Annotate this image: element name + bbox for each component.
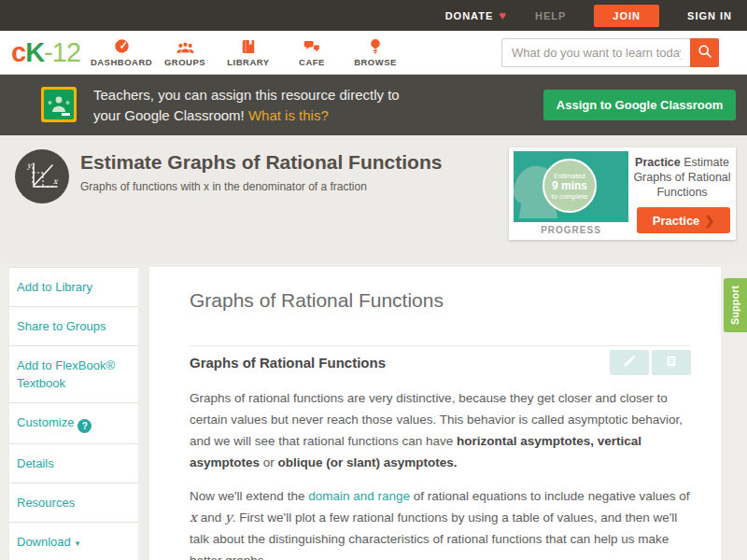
progress-label: PROGRESS xyxy=(514,225,628,235)
assign-to-classroom-button[interactable]: Assign to Google Classroom xyxy=(543,90,736,120)
svg-text:y: y xyxy=(26,161,33,170)
p2-text-2: of rational equations to include negativ… xyxy=(410,489,689,503)
nav-label: CAFE xyxy=(299,57,325,67)
what-is-this-link[interactable]: What is this? xyxy=(248,107,329,123)
cafe-chat-icon xyxy=(303,39,320,54)
graph-concept-icon: y x xyxy=(15,149,69,203)
logo-part-12: -12 xyxy=(44,37,80,67)
sidebar-item-details[interactable]: Details xyxy=(9,444,138,483)
chevron-down-icon: ▾ xyxy=(76,539,80,548)
help-link[interactable]: HELP xyxy=(535,10,566,21)
practice-button-label: Practice xyxy=(653,214,700,228)
join-button[interactable]: JOIN xyxy=(594,5,659,27)
document-icon xyxy=(665,355,678,371)
sidebar-item-share-to-groups[interactable]: Share to Groups xyxy=(9,307,138,346)
page-title-block: Estimate Graphs of Rational Functions Gr… xyxy=(80,151,442,193)
math-y: y xyxy=(225,510,233,525)
sidebar-item-download[interactable]: Download▾ xyxy=(9,523,138,560)
banner-line2: your Google Classroom! xyxy=(93,107,245,123)
nav-item-cafe[interactable]: CAFE xyxy=(280,39,344,67)
divider xyxy=(190,345,691,346)
estimated-time-badge: Estimated 9 mins to complete xyxy=(543,159,597,213)
classroom-icon-bar xyxy=(62,113,70,116)
support-tab[interactable]: Support xyxy=(724,278,747,332)
classroom-banner-text: Teachers, you can assign this resource d… xyxy=(93,85,400,126)
logo-part-k: K xyxy=(25,37,44,67)
paragraph-2: Now we'll extend the domain and range of… xyxy=(190,485,691,560)
google-classroom-icon xyxy=(41,87,77,122)
practice-thumbnail: Estimated 9 mins to complete xyxy=(514,151,628,222)
heart-icon: ♥ xyxy=(499,9,507,21)
dashboard-gauge-icon xyxy=(114,39,130,54)
groups-people-icon xyxy=(176,39,194,54)
section-header-row: Graphs of Rational Functions xyxy=(190,350,691,375)
banner-line1: Teachers, you can assign this resource d… xyxy=(93,87,400,103)
pencil-icon xyxy=(623,355,636,371)
chevron-right-icon: ❯ xyxy=(704,214,714,228)
badge-line3: to complete xyxy=(552,192,588,201)
p2-text-4: . First we'll plot a few rational functi… xyxy=(190,511,677,560)
svg-text:x: x xyxy=(53,177,59,186)
nav-label: LIBRARY xyxy=(227,57,269,67)
nav-item-browse[interactable]: BROWSE xyxy=(344,39,407,67)
search-icon xyxy=(698,44,712,62)
practice-bold: Practice xyxy=(635,156,681,169)
main-navbar: cK-12 DASHBOARD GROUPS LIBRARY CAFE BROW… xyxy=(0,31,747,75)
math-x: x xyxy=(190,510,197,525)
sidebar-item-resources[interactable]: Resources xyxy=(9,483,138,523)
sidebar-item-customize[interactable]: Customize? xyxy=(9,403,138,444)
domain-and-range-link[interactable]: domain and range xyxy=(308,489,410,503)
nav-label: DASHBOARD xyxy=(91,57,152,67)
download-label: Download xyxy=(17,535,71,549)
action-sidebar: Add to Library Share to Groups Add to Fl… xyxy=(9,267,138,560)
section-title: Graphs of Rational Functions xyxy=(190,355,386,371)
top-bar: DONATE ♥ HELP JOIN SIGN IN xyxy=(0,0,747,31)
logo-part-c: c xyxy=(11,37,25,67)
nav-item-library[interactable]: LIBRARY xyxy=(217,39,280,67)
page-header: y x Estimate Graphs of Rational Function… xyxy=(0,135,747,263)
paragraph-1: Graphs of rational functions are very di… xyxy=(190,387,691,473)
search-input[interactable] xyxy=(501,38,690,67)
ck12-logo[interactable]: cK-12 xyxy=(11,37,90,68)
article-card: Graphs of Rational Functions Graphs of R… xyxy=(149,267,721,560)
read-view-button[interactable] xyxy=(652,350,691,375)
edit-button[interactable] xyxy=(610,350,649,375)
browse-lightbulb-icon xyxy=(370,39,381,54)
donate-link[interactable]: DONATE ♥ xyxy=(445,9,507,21)
section-tools xyxy=(610,350,691,375)
nav-label: BROWSE xyxy=(354,57,397,67)
page-title: Estimate Graphs of Rational Functions xyxy=(80,151,442,174)
sidebar-item-add-to-library[interactable]: Add to Library xyxy=(9,267,138,307)
customize-label: Customize xyxy=(17,415,74,429)
support-tab-label: Support xyxy=(730,286,741,325)
sign-in-link[interactable]: SIGN IN xyxy=(687,10,732,21)
sidebar-item-add-to-flexbook[interactable]: Add to FlexBook® Textbook xyxy=(9,346,138,403)
p2-text-1: Now we'll extend the xyxy=(190,489,308,503)
nav-item-groups[interactable]: GROUPS xyxy=(153,39,217,67)
donate-label: DONATE xyxy=(445,10,494,21)
article-title: Graphs of Rational Functions xyxy=(190,289,691,312)
search-button[interactable] xyxy=(690,38,719,67)
nav-item-dashboard[interactable]: DASHBOARD xyxy=(90,39,153,67)
help-question-icon[interactable]: ? xyxy=(78,419,92,433)
badge-line2: 9 mins xyxy=(552,180,587,192)
p1-bold-2: oblique (or slant) asymptotes. xyxy=(278,455,458,469)
page-subtitle: Graphs of functions with x in the denomi… xyxy=(80,180,442,193)
search-bar xyxy=(501,38,719,67)
google-classroom-banner: Teachers, you can assign this resource d… xyxy=(0,75,747,135)
library-book-icon xyxy=(241,39,256,54)
practice-widget-title: Practice Estimate Graphs of Rational Fun… xyxy=(631,155,733,200)
practice-button[interactable]: Practice❯ xyxy=(637,207,730,233)
practice-widget: Estimated 9 mins to complete PROGRESS Pr… xyxy=(509,147,736,240)
p2-text-3: and xyxy=(197,511,225,525)
p1-text-2: or xyxy=(260,455,278,469)
nav-label: GROUPS xyxy=(164,57,205,67)
